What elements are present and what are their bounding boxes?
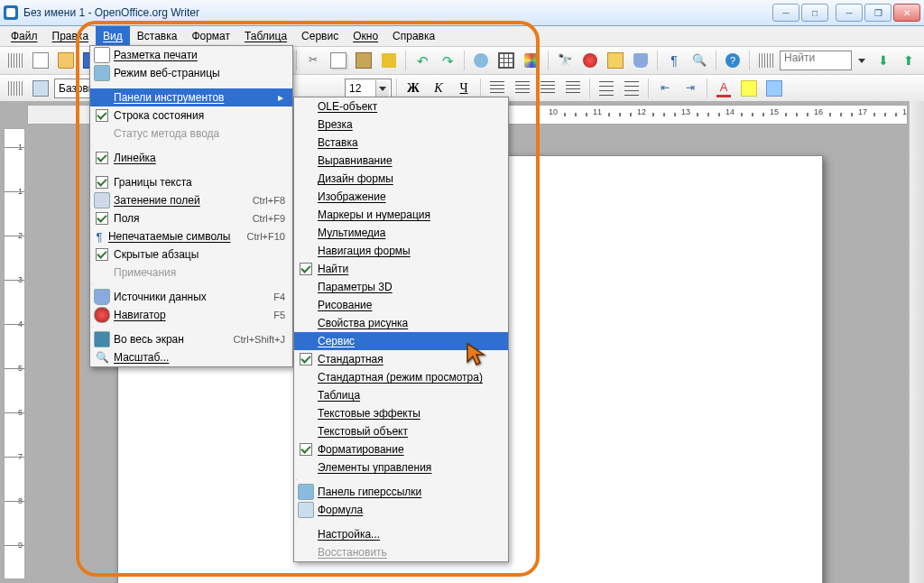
menu-ruler[interactable]: Линейка	[90, 149, 292, 167]
align-center-button[interactable]	[511, 77, 534, 100]
minimize-button[interactable]: ─	[772, 4, 799, 22]
find-button[interactable]: 🔭	[553, 49, 577, 72]
menu-field-shading[interactable]: Затенение полейCtrl+F8	[90, 191, 292, 209]
toolbars-item[interactable]: Вставка	[294, 134, 508, 152]
toolbars-item[interactable]: Текстовый объект	[294, 422, 508, 440]
font-color-button[interactable]: A	[712, 77, 735, 100]
table-button[interactable]	[494, 49, 518, 72]
menu-hidden-para[interactable]: Скрытые абзацы	[90, 245, 292, 264]
toolbars-item[interactable]: OLE-объект	[294, 97, 508, 116]
decrease-indent-button[interactable]: ⇤	[653, 77, 677, 100]
separator	[92, 170, 93, 171]
menu-edit[interactable]: Правка	[45, 26, 97, 46]
find-prev-button[interactable]: ⬆	[897, 49, 920, 72]
toolbars-item[interactable]: Сервис	[294, 332, 508, 350]
increase-indent-button[interactable]: ⇥	[679, 77, 702, 100]
menu-text-bounds[interactable]: Границы текста	[90, 173, 292, 191]
toolbars-item[interactable]: Элементы управления	[294, 458, 508, 477]
redo-button[interactable]: ↷	[436, 49, 459, 72]
grip-icon[interactable]	[4, 49, 27, 72]
toolbars-item[interactable]: Маркеры и нумерация	[294, 206, 508, 224]
styles-button[interactable]	[29, 77, 52, 100]
toolbars-item[interactable]: Свойства рисунка	[294, 314, 508, 332]
copy-button[interactable]	[327, 49, 350, 72]
menu-view[interactable]: Вид	[96, 26, 130, 46]
toolbars-item[interactable]: Рисование	[294, 296, 508, 314]
undo-button[interactable]: ↶	[411, 49, 434, 72]
highlight-button[interactable]	[737, 77, 761, 100]
toolbars-item[interactable]: Настройка...	[294, 525, 508, 543]
paste-button[interactable]	[352, 49, 375, 72]
toolbars-item[interactable]: Таблица	[294, 386, 508, 404]
maximize-button[interactable]: □	[801, 4, 828, 22]
minimize2-button[interactable]: ─	[836, 4, 863, 22]
menu-file[interactable]: Файл	[4, 26, 45, 46]
separator	[296, 479, 297, 480]
toolbars-item[interactable]: Изображение	[294, 188, 508, 206]
toolbars-item-label: OLE-объект	[318, 100, 501, 113]
menu-table[interactable]: Таблица	[237, 26, 294, 46]
toolbars-item[interactable]: Параметры 3D	[294, 278, 508, 296]
separator	[716, 51, 716, 70]
find-input[interactable]: Найти	[780, 51, 852, 70]
align-justify-button[interactable]	[561, 77, 585, 100]
navigator-button[interactable]	[578, 49, 602, 72]
toolbars-item-label: Выравнивание	[318, 154, 501, 167]
toolbars-item-label: Стандартная	[318, 353, 501, 366]
toolbars-item[interactable]: Врезка	[294, 116, 508, 134]
toolbars-item[interactable]: Панель гиперссылки	[294, 483, 508, 501]
toolbars-item[interactable]: Мультимедиа	[294, 224, 508, 242]
menu-insert[interactable]: Вставка	[130, 26, 185, 46]
open-button[interactable]	[54, 49, 78, 72]
menu-statusbar[interactable]: Строка состояния	[90, 106, 292, 125]
menu-window[interactable]: Окно	[346, 26, 385, 46]
gallery-button[interactable]	[604, 49, 627, 72]
toolbars-item[interactable]: Выравнивание	[294, 152, 508, 170]
toolbars-item[interactable]: Навигация формы	[294, 242, 508, 260]
datasources-button[interactable]	[629, 49, 652, 72]
zoom-button[interactable]: 🔍	[688, 49, 711, 72]
grip-icon[interactable]	[4, 77, 27, 100]
menu-format[interactable]: Формат	[184, 26, 237, 46]
drawing-button[interactable]	[520, 49, 543, 72]
bgcolor-button[interactable]	[762, 77, 786, 100]
toolbars-item[interactable]: Текстовые эффекты	[294, 404, 508, 422]
bullets-button[interactable]	[620, 77, 643, 100]
fontsize-combo[interactable]: 12	[345, 79, 392, 98]
align-right-button[interactable]	[536, 77, 559, 100]
toolbars-item[interactable]: Стандартная	[294, 350, 508, 368]
nonprinting-button[interactable]: ¶	[662, 49, 686, 72]
toolbars-item[interactable]: Дизайн формы	[294, 170, 508, 188]
toolbars-item[interactable]: Найти	[294, 260, 508, 278]
vertical-scrollbar[interactable]	[909, 101, 924, 583]
vertical-ruler[interactable]: 112345678910	[4, 128, 25, 579]
help-button[interactable]: ?	[721, 49, 744, 72]
grip2-icon[interactable]	[754, 49, 778, 72]
menu-datasources[interactable]: Источники данныхF4	[90, 288, 292, 306]
menu-toolbars[interactable]: Панели инструментов▸	[90, 88, 292, 106]
toolbars-item[interactable]: Формула	[294, 501, 508, 519]
menu-print-layout[interactable]: Разметка печати	[90, 46, 292, 64]
find-dropdown[interactable]	[854, 49, 870, 72]
menu-service[interactable]: Сервис	[294, 26, 346, 46]
numbering-button[interactable]	[595, 77, 618, 100]
cut-button[interactable]: ✂	[301, 49, 325, 72]
menu-notes: Примечания	[90, 264, 292, 282]
toolbars-item-label: Параметры 3D	[318, 281, 501, 293]
menu-zoom[interactable]: 🔍Масштаб...	[90, 348, 292, 366]
menu-web-layout[interactable]: Режим веб-страницы	[90, 64, 292, 82]
format-paint-button[interactable]	[377, 49, 401, 72]
new-doc-button[interactable]	[29, 49, 52, 72]
menu-help[interactable]: Справка	[385, 26, 442, 46]
menu-fields[interactable]: ПоляCtrl+F9	[90, 209, 292, 227]
close-button[interactable]: ✕	[893, 4, 920, 22]
menu-fullscreen[interactable]: Во весь экранCtrl+Shift+J	[90, 330, 292, 348]
menu-navigator[interactable]: НавигаторF5	[90, 306, 292, 324]
toolbars-item[interactable]: Стандартная (режим просмотра)	[294, 368, 508, 386]
find-next-button[interactable]: ⬇	[872, 49, 895, 72]
menu-formatting-marks[interactable]: ¶Непечатаемые символыCtrl+F10	[90, 227, 292, 245]
hyperlink-button[interactable]	[469, 49, 493, 72]
toolbars-item-label: Маркеры и нумерация	[318, 208, 501, 221]
restore-button[interactable]: ❐	[864, 4, 892, 22]
toolbars-item[interactable]: Форматирование	[294, 440, 508, 458]
